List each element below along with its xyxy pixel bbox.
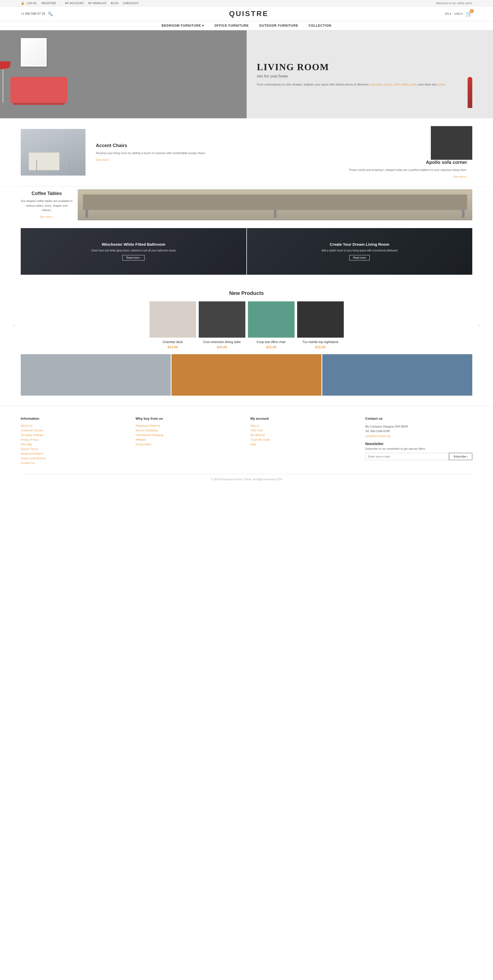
cart-icon[interactable]: 🛒 0 (466, 11, 472, 17)
checkout-link[interactable]: CHECKOUT (123, 2, 139, 5)
lock-icon: 🔒 (21, 1, 25, 5)
footer-why-buy-heading: Why buy from us (136, 417, 243, 420)
footer-secure-shopping[interactable]: Secure Shopping (136, 429, 243, 432)
banner-card-living: Create Your Dream Living Room Add a styl… (247, 228, 472, 275)
footer-about-us[interactable]: About Us (21, 424, 128, 427)
main-nav: BEDROOM FURNITURE ▾ OFFICE FURNITURE OUT… (0, 21, 493, 30)
footer-international-shipping[interactable]: International Shipping (136, 433, 243, 436)
footer-information-col: Information About Us Customer Service Te… (21, 417, 128, 466)
footer-my-wishlist[interactable]: My Wishlist (250, 433, 357, 436)
language-selector[interactable]: EN ▾ (445, 12, 451, 16)
apollo-sofa-title: Apollo sofa corner (295, 160, 467, 165)
footer-template-settings[interactable]: Template Settings (21, 433, 128, 436)
product-card-1: Core extension dining table $43.00 (199, 301, 245, 349)
accent-chairs-section: Accent Chairs Recamp your living room by… (0, 118, 493, 186)
footer-advanced-search[interactable]: Advanced Search (21, 452, 128, 455)
header-left: +1 800 598 97 29 🔍 (21, 11, 53, 16)
product-price-2: $15.00 (248, 345, 295, 349)
footer-shipping-returns[interactable]: Shipping & Returns (136, 424, 243, 427)
footer-why-buy-col: Why buy from us Shipping & Returns Secur… (136, 417, 243, 466)
product-price-1: $43.00 (199, 345, 245, 349)
banner-bathroom-btn[interactable]: Read more › (122, 255, 145, 261)
footer-group-sales[interactable]: Group Sales (136, 443, 243, 446)
product-name-3: Tux marble top nightstand (297, 340, 344, 344)
footer-help[interactable]: Help (250, 443, 357, 446)
nav-item-bedroom[interactable]: BEDROOM FURNITURE ▾ (162, 24, 204, 27)
hero-artwork (21, 38, 46, 67)
footer-email[interactable]: Info@democlick.org (365, 434, 472, 439)
products-prev-arrow[interactable]: ‹ (10, 322, 18, 328)
hero-decoration (467, 77, 472, 108)
coffee-tables-text: Coffee Tables Our elegant coffee tables … (21, 191, 73, 218)
product-img-2 (248, 301, 295, 337)
product-name-1: Core extension dining table (199, 340, 245, 344)
footer-search-terms[interactable]: Search Terms (21, 447, 128, 450)
product-card-2: Coup teal office chair $15.00 (248, 301, 295, 349)
accent-chairs-text: Accent Chairs Recamp your living room by… (91, 143, 284, 162)
coffee-tables-description: Our elegant coffee tables are available … (21, 199, 73, 213)
newsletter-input[interactable] (365, 453, 449, 460)
banner-living-btn[interactable]: Read more (349, 255, 370, 261)
nav-item-office[interactable]: OFFICE FURNITURE (214, 24, 249, 27)
footer-privacy-policy[interactable]: Privacy Policy (21, 438, 128, 441)
phone-number: +1 800 598 97 29 (21, 12, 45, 16)
accent-chairs-see-more[interactable]: See more › (96, 158, 110, 161)
products-grid: Chamber desk $23.00 Core extension dinin… (18, 301, 476, 349)
footer-view-cart[interactable]: View Cart (250, 429, 357, 432)
nav-item-outdoor[interactable]: OUTDOOR FURNITURE (259, 24, 298, 27)
hero-left (0, 30, 247, 118)
blog-link[interactable]: BLOG (111, 2, 119, 5)
search-icon[interactable]: 🔍 (48, 11, 53, 16)
products-next-arrow[interactable]: › (475, 322, 483, 328)
footer-track-order[interactable]: Track My Order (250, 438, 357, 441)
product-price-0: $23.00 (150, 345, 196, 349)
product-name-2: Coup teal office chair (248, 340, 295, 344)
products-nav: ‹ Chamber desk $23.00 Core extension din… (0, 301, 493, 349)
footer-affiliates[interactable]: Affiliates (136, 438, 243, 441)
coffee-tables-section: Coffee Tables Our elegant coffee tables … (0, 186, 493, 228)
newsletter-desc: Subscribe to our newsletter to get speci… (365, 447, 472, 450)
nav-item-collection[interactable]: COLLECTION (308, 24, 331, 27)
apollo-sofa-image (431, 126, 472, 160)
accent-chairs-title: Accent Chairs (96, 143, 279, 148)
lamps-link[interactable]: lamps (437, 83, 445, 86)
separator: - (38, 2, 39, 5)
footer-contact-us[interactable]: Contact Us (21, 461, 128, 465)
hero-right: LIVING ROOM sets for your home From cont… (247, 30, 493, 118)
footer-orders-returns[interactable]: Orders and Returns (21, 457, 128, 460)
footer-site-map[interactable]: Site Map (21, 443, 128, 446)
apollo-sofa-see-more[interactable]: See more › (453, 175, 467, 178)
top-bar: 🔒 LOG IN - REGISTER | MY ACCOUNT MY WISH… (0, 0, 493, 6)
banner-living-title: Create Your Dream Living Room (330, 242, 389, 247)
login-link[interactable]: LOG IN (27, 2, 36, 5)
banner-living-overlay: Create Your Dream Living Room Add a styl… (247, 228, 472, 275)
newsletter-subscribe-btn[interactable]: Subscribe › (449, 453, 472, 460)
gallery-img-0 (21, 354, 171, 396)
loveseats-link[interactable]: loveseats (370, 83, 382, 86)
coffee-tables-see-more[interactable]: See more › (40, 215, 54, 218)
product-card-0: Chamber desk $23.00 (150, 301, 196, 349)
hero-title: LIVING ROOM (257, 62, 483, 73)
banner-row: Winchester White Fitted Bathroom Clean l… (0, 228, 493, 283)
newsletter-form: Subscribe › (365, 453, 472, 460)
footer-company: My Company Glasgow D04 89GR (365, 424, 472, 429)
site-logo[interactable]: QUISTRE (53, 10, 445, 18)
my-wishlist-link[interactable]: MY WISHLIST (88, 2, 107, 5)
register-link[interactable]: REGISTER (41, 2, 56, 5)
chairs-link[interactable]: chairs (384, 83, 391, 86)
footer-sign-in[interactable]: Sign In (250, 424, 357, 427)
sofa-link[interactable]: sofa (411, 83, 416, 86)
new-products-section-title: New Products (0, 283, 493, 301)
header-right: EN ▾ USD ▾ 🛒 0 (445, 11, 472, 17)
coffee-table-image (78, 189, 472, 220)
footer-customer-service[interactable]: Customer Service (21, 429, 128, 432)
currency-selector[interactable]: USD ▾ (455, 12, 463, 16)
my-account-link[interactable]: MY ACCOUNT (65, 2, 84, 5)
footer-my-account-col: My account Sign In View Cart My Wishlist… (250, 417, 357, 466)
footer-contact-col: Contact us My Company Glasgow D04 89GR T… (365, 417, 472, 466)
coffee-tables-link[interactable]: coffee tables (393, 83, 409, 86)
banner-bathroom-desc: Clean lines and white gloss doors, tailo… (91, 248, 176, 253)
header: +1 800 598 97 29 🔍 QUISTRE EN ▾ USD ▾ 🛒 … (0, 6, 493, 21)
hero-subtitle: sets for your home (257, 74, 483, 78)
apollo-sofa-description: These comfy and amazing L-shaped sofas a… (295, 168, 467, 172)
